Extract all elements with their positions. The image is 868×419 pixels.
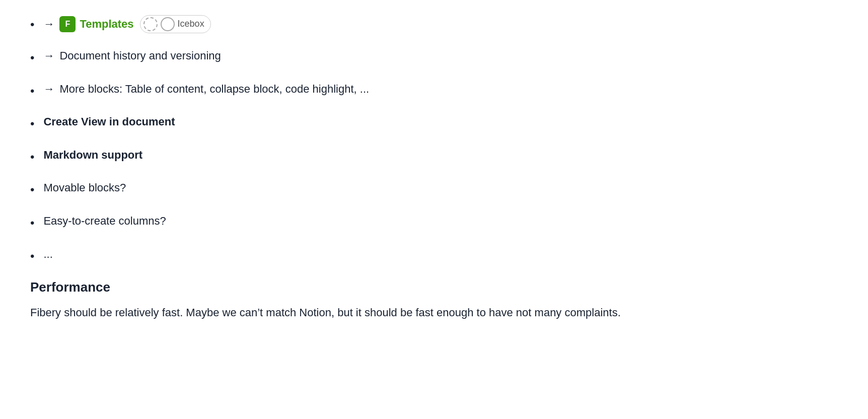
list-item: • ... [30, 247, 735, 265]
status-circle-empty-icon [161, 17, 175, 31]
bullet-dot: • [30, 115, 34, 132]
item-label: Easy-to-create columns? [43, 214, 166, 229]
content-area: • → F Templates Icebox • → Document hist… [30, 10, 735, 321]
item-label: Document history and versioning [59, 48, 221, 64]
status-badge-container[interactable]: Icebox [140, 15, 211, 33]
bullet-dot: • [30, 49, 34, 66]
list-item: • → Document history and versioning [30, 48, 735, 66]
item-content-easy-columns: Easy-to-create columns? [43, 214, 166, 229]
item-content-ellipsis: ... [43, 247, 52, 262]
status-circle-dashed-icon [143, 17, 158, 31]
templates-label: Templates [80, 17, 133, 32]
list-item: • → F Templates Icebox [30, 15, 735, 33]
item-content-doc-history: → Document history and versioning [43, 48, 221, 64]
bullet-dot: • [30, 149, 34, 166]
bullet-dot: • [30, 181, 34, 198]
arrow-icon: → [43, 82, 54, 97]
list-item: • → More blocks: Table of content, colla… [30, 82, 735, 100]
list-item: • Create View in document [30, 114, 735, 132]
arrow-icon: → [43, 48, 54, 64]
performance-heading: Performance [30, 280, 735, 295]
bullet-dot: • [30, 215, 34, 232]
list-item: • Easy-to-create columns? [30, 214, 735, 232]
item-content-more-blocks: → More blocks: Table of content, collaps… [43, 82, 369, 97]
icebox-label: Icebox [178, 18, 204, 30]
item-label: Markdown support [43, 148, 142, 163]
item-content-movable-blocks: Movable blocks? [43, 180, 126, 196]
list-item: • Movable blocks? [30, 180, 735, 198]
performance-paragraph: Fibery should be relatively fast. Maybe … [30, 304, 710, 321]
list-item: • Markdown support [30, 148, 735, 166]
feature-badge-f: F [59, 16, 76, 32]
item-label: More blocks: Table of content, collapse … [59, 82, 369, 97]
bullet-dot: • [30, 83, 34, 100]
item-label: Create View in document [43, 114, 175, 130]
bullet-dot: • [30, 248, 34, 265]
item-label: ... [43, 247, 52, 262]
item-content-create-view: Create View in document [43, 114, 175, 130]
item-content-templates: → F Templates Icebox [43, 15, 210, 33]
arrow-icon: → [43, 17, 54, 32]
item-content-markdown: Markdown support [43, 148, 142, 163]
feature-list: • → F Templates Icebox • → Document hist… [30, 15, 735, 264]
bullet-dot: • [30, 16, 34, 33]
item-label: Movable blocks? [43, 180, 126, 196]
